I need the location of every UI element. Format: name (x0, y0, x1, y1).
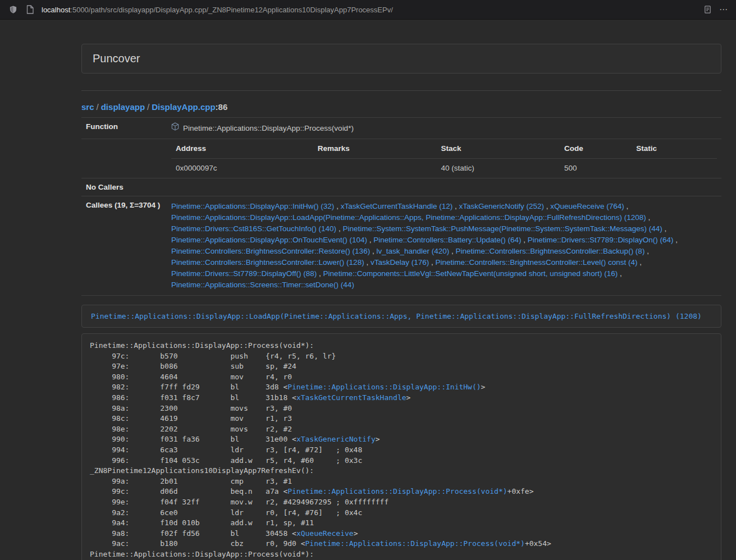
no-callers-label: No Callers (81, 178, 167, 196)
callee-separator: , (336, 224, 342, 233)
callee-separator: , (522, 236, 528, 244)
disassembly-symbol-link[interactable]: Pinetime::Applications::DisplayApp::Proc… (287, 487, 507, 495)
breadcrumb-separator: / (94, 102, 101, 112)
callee-link[interactable]: Pinetime::System::SystemTask::PushMessag… (342, 224, 662, 233)
disassembly-symbol-link[interactable]: Pinetime::Applications::DisplayApp::Init… (287, 383, 481, 391)
callee-separator: , (334, 202, 340, 210)
stats-table: Address Remarks Stack Code Static 0x0000… (171, 139, 717, 178)
stats-code-value: 500 (560, 159, 632, 178)
callee-link[interactable]: Pinetime::Controllers::BrightnessControl… (171, 258, 364, 267)
callee-separator: , (638, 258, 642, 267)
callee-separator: , (624, 202, 629, 210)
url-host: localhost (42, 6, 70, 14)
callee-link[interactable]: lv_task_handler (420) (376, 247, 449, 255)
stats-row-container: Address Remarks Stack Code Static 0x0000… (81, 139, 721, 178)
callee-link[interactable]: xTaskGenericNotify (252) (459, 202, 545, 210)
callee-separator: , (673, 236, 678, 244)
callee-link[interactable]: Pinetime::Components::LittleVgl::SetNewT… (323, 269, 618, 278)
callee-link[interactable]: Pinetime::Drivers::Cst816S::GetTouchInfo… (171, 224, 336, 233)
breadcrumb-link-file[interactable]: DisplayApp.cpp (152, 102, 215, 112)
disassembly-symbol-link[interactable]: xTaskGetCurrentTaskHandle (296, 393, 406, 402)
disassembly-symbol-link[interactable]: Pinetime::Applications::DisplayApp::Proc… (305, 539, 525, 548)
app-title: Puncover (93, 52, 140, 65)
function-row-label: Function (81, 118, 167, 139)
disassembly-panel: Pinetime::Applications::DisplayApp::Proc… (81, 333, 721, 560)
page-info-icon[interactable] (25, 4, 35, 15)
stats-static-value (632, 159, 717, 178)
callee-link[interactable]: Pinetime::Controllers::BrightnessControl… (456, 247, 645, 255)
symbol-table: Function Pinetime::Applications::Display… (81, 117, 721, 296)
callee-link[interactable]: Pinetime::Drivers::St7789::DisplayOff() … (171, 269, 317, 278)
callee-link[interactable]: Pinetime::Controllers::BrightnessControl… (171, 247, 370, 255)
stats-header-row: Address Remarks Stack Code Static (171, 139, 717, 159)
symbol-cube-icon (171, 122, 179, 134)
reader-view-icon[interactable] (702, 4, 712, 15)
callee-link[interactable]: vTaskDelay (176) (371, 258, 429, 267)
function-row: Function Pinetime::Applications::Display… (81, 118, 721, 139)
breadcrumb-separator: / (145, 102, 152, 112)
stats-header-address: Address (171, 139, 313, 159)
callee-link[interactable]: xTaskGetCurrentTaskHandle (12) (341, 202, 453, 210)
stats-header-stack: Stack (436, 139, 560, 159)
breadcrumb-link-src[interactable]: src (81, 102, 94, 112)
callees-label: Callees (19, Σ=3704 ) (81, 196, 167, 296)
stats-stack-value: 40 (static) (436, 159, 560, 178)
app-title-panel: Puncover (81, 44, 721, 74)
callee-link[interactable]: Pinetime::Controllers::BrightnessControl… (435, 258, 637, 267)
callee-separator: , (317, 269, 323, 278)
callee-separator: , (452, 202, 459, 210)
stats-header-remarks: Remarks (313, 139, 437, 159)
callee-separator: , (618, 269, 622, 278)
callee-link[interactable]: Pinetime::Controllers::Battery::Update()… (373, 236, 521, 244)
more-actions-icon[interactable]: ⋯ (719, 4, 728, 15)
callee-link[interactable]: Pinetime::Applications::DisplayApp::Load… (171, 213, 646, 222)
callee-separator: , (644, 247, 649, 255)
address-bar[interactable]: localhost:5000/path/src/displayapp/Displ… (42, 6, 696, 14)
stats-header-static: Static (632, 139, 717, 159)
callee-link[interactable]: Pinetime::Applications::DisplayApp::Init… (171, 202, 334, 210)
disassembly-symbol-link[interactable]: xQueueReceive (296, 529, 354, 538)
callee-link[interactable]: Pinetime::Applications::DisplayApp::OnTo… (171, 236, 367, 244)
stats-remarks-value (313, 159, 437, 178)
callee-separator: , (544, 202, 550, 210)
breadcrumb-line-number: :86 (216, 102, 228, 112)
stats-address-value: 0x0000097c (171, 159, 313, 178)
callee-separator: , (367, 236, 373, 244)
callee-link[interactable]: Pinetime::Drivers::St7789::DisplayOn() (… (528, 236, 674, 244)
callee-link[interactable]: xQueueReceive (764) (550, 202, 624, 210)
breadcrumb: src/displayapp/DisplayApp.cpp:86 (81, 102, 721, 112)
callers-row: No Callers (81, 178, 721, 196)
callee-separator: , (370, 247, 376, 255)
callees-row: Callees (19, Σ=3704 ) Pinetime::Applicat… (81, 196, 721, 296)
breadcrumb-link-displayapp[interactable]: displayapp (101, 102, 145, 112)
shield-icon[interactable] (8, 4, 18, 15)
url-path: :5000/path/src/displayapp/DisplayApp.cpp… (70, 6, 393, 14)
callee-separator: , (429, 258, 435, 267)
divider (81, 90, 721, 91)
callees-list: Pinetime::Applications::DisplayApp::Init… (171, 201, 717, 291)
disassembly-pre: Pinetime::Applications::DisplayApp::Proc… (90, 341, 713, 560)
callee-separator: , (662, 224, 667, 233)
empty-cell (81, 139, 167, 178)
highlighted-symbol-panel: Pinetime::Applications::DisplayApp::Load… (81, 305, 721, 328)
stats-header-code: Code (560, 139, 632, 159)
function-name: Pinetime::Applications::DisplayApp::Proc… (183, 123, 354, 134)
callee-separator: , (646, 213, 651, 222)
callee-link[interactable]: Pinetime::Applications::Screens::Timer::… (171, 281, 354, 289)
callee-separator: , (364, 258, 371, 267)
stats-data-row: 0x0000097c 40 (static) 500 (171, 159, 717, 178)
highlighted-symbol-link[interactable]: Pinetime::Applications::DisplayApp::Load… (91, 312, 702, 320)
disassembly-symbol-link[interactable]: xTaskGenericNotify (296, 435, 376, 443)
browser-toolbar: localhost:5000/path/src/displayapp/Displ… (0, 0, 736, 20)
callee-separator: , (449, 247, 455, 255)
